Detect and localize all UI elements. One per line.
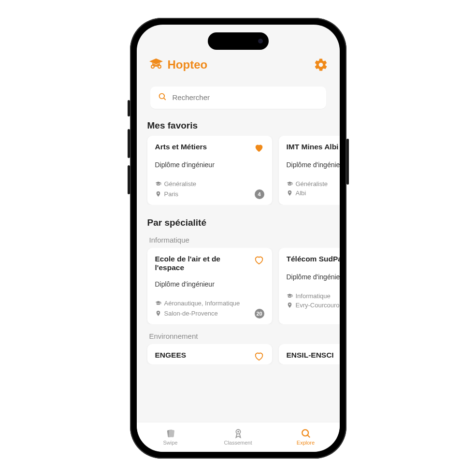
phone-volume-up (128, 129, 130, 158)
speciality-group-label: Environnement (137, 329, 340, 344)
phone-volume-down (128, 165, 130, 194)
svg-point-2 (159, 93, 164, 99)
tab-explore[interactable]: Explore (272, 422, 340, 452)
card-diploma: Diplôme d'ingénieur (155, 161, 264, 169)
school-card[interactable]: ENGEES (147, 344, 272, 364)
brand-name: Hopteo (168, 58, 208, 72)
tab-swipe[interactable]: Swipe (137, 422, 204, 452)
card-diploma: Diplôme d'ingénieur (155, 280, 264, 288)
favorite-card[interactable]: IMT Mines Albi Diplôme d'ingénieur Génér… (279, 136, 340, 205)
svg-point-0 (151, 65, 154, 68)
card-speciality: Aéronautique, Informatique (164, 300, 240, 307)
school-card[interactable]: ENSIL-ENSCI (279, 344, 340, 364)
card-diploma: Diplôme d'ingénieur (287, 273, 340, 281)
phone-side-button (128, 100, 130, 116)
speciality-heading: Par spécialité (137, 211, 340, 233)
tab-label: Swipe (163, 440, 178, 446)
search-icon (301, 428, 311, 439)
card-title: Arts et Métiers (155, 143, 207, 152)
favorite-card[interactable]: Arts et Métiers Diplôme d'ingénieur Géné… (147, 136, 272, 205)
card-location: Evry-Courcouronnes (296, 302, 340, 309)
location-pin-icon (287, 190, 293, 196)
scroll-area[interactable]: Mes favoris Arts et Métiers Diplôme d'in… (137, 114, 340, 422)
graduation-cap-icon (155, 300, 161, 306)
search-bar[interactable] (150, 87, 326, 109)
svg-point-8 (302, 430, 308, 436)
bottom-nav: Swipe Classement Explore (137, 422, 340, 452)
favorites-row[interactable]: Arts et Métiers Diplôme d'ingénieur Géné… (137, 136, 340, 205)
card-location: Paris (164, 190, 179, 198)
graduation-cap-icon (287, 181, 293, 187)
app: Hopteo Mes favoris Ar (137, 25, 340, 452)
card-title: ENSIL-ENSCI (287, 351, 334, 360)
search-input[interactable] (173, 93, 318, 101)
screen: Hopteo Mes favoris Ar (137, 25, 340, 452)
card-speciality: Généraliste (164, 180, 196, 188)
svg-line-3 (163, 98, 165, 100)
tab-label: Classement (224, 440, 252, 446)
speciality-group-label: Informatique (137, 233, 340, 248)
gear-icon (314, 58, 328, 72)
favorites-heading: Mes favoris (137, 114, 340, 136)
favorite-toggle[interactable] (254, 351, 264, 361)
svg-rect-5 (168, 430, 174, 437)
brand: Hopteo (148, 58, 208, 72)
settings-button[interactable] (314, 58, 328, 72)
heart-filled-icon (254, 143, 264, 153)
school-card[interactable]: Télécom SudParis Diplôme d'ingénieur Inf… (279, 248, 340, 324)
scroll-fade (137, 419, 340, 422)
phone-frame: Hopteo Mes favoris Ar (130, 18, 346, 459)
phone-power-button (346, 139, 349, 185)
environnement-row[interactable]: ENGEES ENSIL-ENSCI (137, 344, 340, 364)
card-badge: 20 (255, 309, 264, 318)
favorite-toggle[interactable] (254, 255, 264, 265)
location-pin-icon (287, 302, 293, 308)
brand-logo-icon (148, 58, 164, 72)
favorite-toggle[interactable] (254, 143, 264, 153)
heart-outline-icon (254, 255, 264, 265)
tab-label: Explore (297, 440, 315, 446)
tab-classement[interactable]: Classement (204, 422, 272, 452)
card-diploma: Diplôme d'ingénieur (287, 161, 340, 169)
heart-outline-icon (254, 351, 264, 361)
card-location: Salon-de-Provence (164, 310, 218, 317)
dynamic-island (208, 32, 269, 50)
search-icon (158, 92, 167, 103)
card-title: Ecole de l'air et de l'espace (155, 255, 250, 273)
graduation-cap-icon (287, 293, 293, 299)
cards-icon (165, 428, 176, 439)
card-title: IMT Mines Albi (287, 143, 339, 152)
location-pin-icon (155, 310, 161, 317)
card-title: ENGEES (155, 351, 187, 360)
svg-point-1 (158, 65, 161, 68)
location-pin-icon (155, 191, 161, 197)
svg-line-9 (307, 435, 310, 437)
graduation-cap-icon (155, 181, 161, 187)
informatique-row[interactable]: Ecole de l'air et de l'espace Diplôme d'… (137, 248, 340, 324)
medal-icon (233, 428, 244, 439)
card-speciality: Informatique (296, 292, 331, 300)
card-location: Albi (296, 189, 306, 197)
card-title: Télécom SudParis (287, 255, 340, 264)
card-badge: 4 (255, 189, 264, 199)
svg-point-7 (237, 431, 239, 433)
card-speciality: Généraliste (296, 180, 328, 188)
school-card[interactable]: Ecole de l'air et de l'espace Diplôme d'… (147, 248, 272, 324)
